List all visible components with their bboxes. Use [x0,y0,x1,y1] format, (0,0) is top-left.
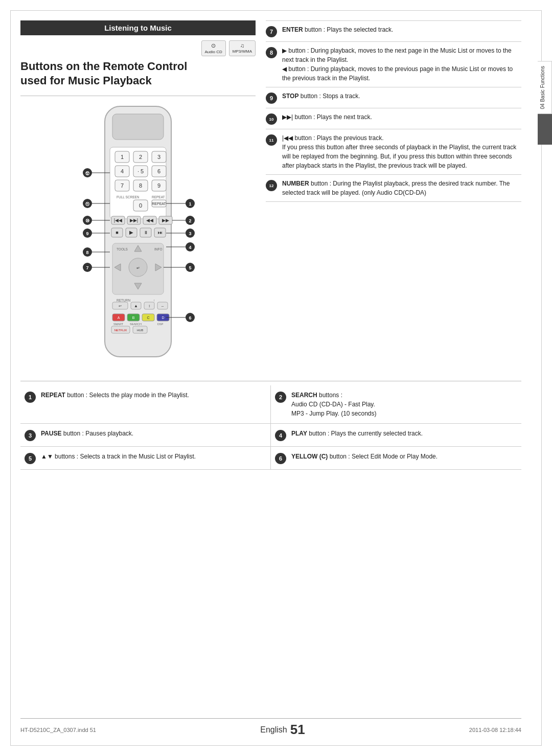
svg-text:▲: ▲ [134,304,138,308]
item-text-7: ENTER button : Plays the selected track. [282,25,521,34]
item-text-10: ▶▶| button : Plays the next track. [282,112,521,122]
svg-text:FULL SCREEN: FULL SCREEN [117,195,140,199]
remote-illustration: 1 2 3 4 · 5 6 7 [77,101,199,369]
svg-text:· 5: · 5 [137,168,144,174]
svg-text:7: 7 [86,265,88,270]
bottom-item-5: 5▲▼ buttons : Selects a track in the Mus… [20,447,271,470]
bottom-item-text-4: PLAY button : Plays the currently select… [291,429,423,438]
svg-text:INFO: INFO [154,247,163,251]
right-item-9: 9STOP button : Stops a track. [266,87,521,108]
svg-text:SEARCH: SEARCH [130,323,142,326]
svg-text:3: 3 [157,154,160,160]
svg-text:5: 5 [189,265,191,270]
svg-text:DSP: DSP [157,323,164,326]
bottom-item-6: 6YELLOW (C) button : Select Edit Mode or… [271,447,521,470]
svg-text:–: – [162,304,164,308]
svg-text:9: 9 [86,231,88,236]
svg-text:D: D [162,316,164,319]
svg-text:2: 2 [189,218,191,223]
right-item-10: 10▶▶| button : Plays the next track. [266,108,521,129]
svg-text:|◀◀: |◀◀ [114,218,122,223]
svg-text:⑫: ⑫ [85,171,90,176]
svg-text:6: 6 [157,168,160,174]
svg-text:↑: ↑ [153,299,155,302]
footer-left-text: HT-D5210C_ZA_0307.indd 51 [20,727,96,733]
right-item-7: 7ENTER button : Plays the selected track… [266,20,521,42]
item-number-10: 10 [266,113,277,125]
side-tab-label: 04 Basic Functions [538,61,552,114]
bottom-grid: 1REPEAT button : Selects the play mode i… [20,385,521,470]
item-text-9: STOP button : Stops a track. [282,91,521,101]
bottom-divider [20,381,521,381]
left-column: Listening to Music ⊙ Audio CD ♫ MP3/WMA … [20,20,256,369]
item-number-9: 9 [266,93,277,104]
svg-text:SMART: SMART [113,323,124,326]
svg-text:1: 1 [189,201,191,207]
bottom-item-number-6: 6 [275,453,286,464]
bottom-item-number-5: 5 [25,453,36,464]
side-tab-accent [538,114,552,145]
bottom-item-number-2: 2 [275,392,286,403]
remote-container: 1 2 3 4 · 5 6 7 [20,101,256,369]
item-number-7: 7 [266,26,277,37]
svg-text:4: 4 [189,245,191,250]
svg-text:⑪: ⑪ [85,202,90,207]
svg-text:C: C [147,316,149,319]
item-text-11: |◀◀ button : Plays the previous track.If… [282,133,521,170]
bottom-item-3: 3PAUSE button : Pauses playback. [20,424,271,447]
svg-text:↵: ↵ [136,266,140,270]
bottom-item-4: 4PLAY button : Plays the currently selec… [271,424,521,447]
right-items-list: 7ENTER button : Plays the selected track… [266,20,521,202]
footer-right-text: 2011-03-08 12:18:44 [469,727,521,733]
svg-text:NETFLIX: NETFLIX [114,329,127,332]
bottom-item-2: 2SEARCH buttons :Audio CD (CD-DA) - Fast… [271,385,521,424]
svg-text:B: B [132,316,135,319]
item-text-8: ▶ button : During playback, moves to the… [282,46,521,83]
svg-text:⏸: ⏸ [144,230,148,235]
svg-text:7: 7 [121,182,124,189]
svg-text:◀◀: ◀◀ [146,218,153,223]
svg-text:A: A [118,316,120,319]
svg-text:REPEAT: REPEAT [152,202,166,205]
svg-text:⑩: ⑩ [85,218,89,223]
svg-rect-1 [112,114,164,140]
main-content: Listening to Music ⊙ Audio CD ♫ MP3/WMA … [20,15,521,741]
side-tab: 04 Basic Functions [538,61,552,145]
item-text-12: NUMBER button : During the Playlist play… [282,179,521,197]
svg-text:REPEAT: REPEAT [152,195,165,199]
top-section: Listening to Music ⊙ Audio CD ♫ MP3/WMA … [20,20,521,369]
svg-text:3: 3 [189,231,191,236]
bottom-item-text-5: ▲▼ buttons : Selects a track in the Musi… [41,452,196,461]
subtitle-divider [20,96,256,96]
remote-svg: 1 2 3 4 · 5 6 7 [77,101,199,367]
svg-text:HUB: HUB [137,329,144,332]
svg-text:6: 6 [189,315,191,320]
media-icons-row: ⊙ Audio CD ♫ MP3/WMA [20,40,256,56]
svg-text:TOOLS: TOOLS [117,247,128,251]
bottom-item-text-2: SEARCH buttons :Audio CD (CD-DA) - Fast … [291,391,377,418]
bottom-section: 1REPEAT button : Selects the play mode i… [20,381,521,470]
svg-text:2: 2 [139,154,142,160]
right-item-11: 11|◀◀ button : Plays the previous track.… [266,129,521,175]
bottom-item-text-3: PAUSE button : Pauses playback. [41,429,133,438]
svg-text:▶▶|: ▶▶| [130,218,138,223]
page-number: 51 [290,722,305,738]
section-title-bar: Listening to Music [20,20,256,35]
bottom-item-number-4: 4 [275,430,286,441]
section-title: Listening to Music [104,24,172,32]
svg-text:▶▶: ▶▶ [162,218,169,223]
right-item-8: 8▶ button : During playback, moves to th… [266,42,521,87]
svg-text:0: 0 [139,202,142,209]
page-footer: HT-D5210C_ZA_0307.indd 51 English 51 201… [20,718,521,738]
item-number-11: 11 [266,134,277,146]
svg-text:▶: ▶ [129,230,133,235]
svg-text:9: 9 [157,182,160,189]
right-item-12: 12NUMBER button : During the Playlist pl… [266,175,521,202]
bottom-item-1: 1REPEAT button : Selects the play mode i… [20,385,271,424]
audio-cd-icon: ⊙ Audio CD [201,40,226,56]
page-subtitle: Buttons on the Remote Controlused for Mu… [20,59,256,87]
svg-text:8: 8 [139,182,142,189]
item-number-8: 8 [266,47,277,58]
item-number-12: 12 [266,180,277,191]
bottom-item-text-6: YELLOW (C) button : Select Edit Mode or … [291,452,438,461]
